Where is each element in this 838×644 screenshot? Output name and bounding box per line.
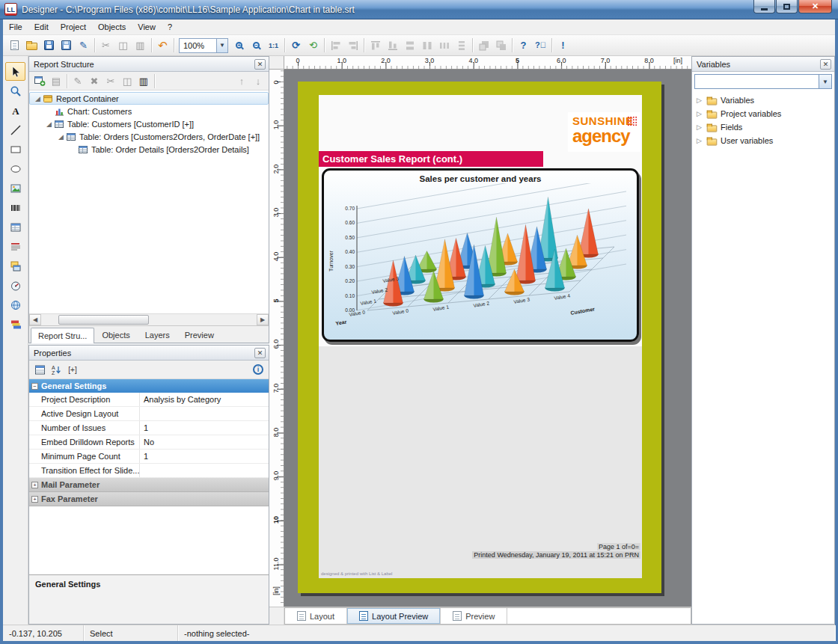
select-tool-button[interactable] — [5, 62, 25, 81]
property-info-button[interactable]: i — [250, 362, 266, 378]
menu-objects[interactable]: Objects — [92, 21, 132, 33]
categorized-view-button[interactable] — [31, 362, 48, 378]
print-preview-button[interactable] — [58, 37, 75, 54]
line-tool-button[interactable] — [5, 120, 25, 139]
menu-view[interactable]: View — [132, 21, 162, 33]
category-fax-parameter[interactable]: + Fax Parameter — [29, 492, 269, 506]
same-height-button[interactable] — [418, 37, 435, 54]
refresh-button[interactable]: ⟳ — [287, 37, 305, 54]
maximize-button[interactable] — [776, 0, 798, 13]
zoom-select[interactable]: 100% ▼ — [179, 38, 228, 53]
delete-element-button[interactable]: ✖ — [86, 73, 103, 89]
zoom-tool-button[interactable] — [5, 82, 25, 100]
scroll-right-button[interactable]: ▶ — [257, 314, 269, 325]
property-row[interactable]: Number of Issues 1 — [29, 421, 269, 435]
open-project-button[interactable] — [23, 37, 40, 54]
property-value[interactable] — [140, 464, 269, 477]
zoom-in-button[interactable]: + — [230, 37, 248, 54]
expander-icon[interactable]: ▷ — [697, 123, 706, 131]
append-element-button[interactable] — [31, 73, 48, 89]
report-container-tool-button[interactable] — [5, 257, 25, 275]
save-button[interactable] — [40, 37, 58, 54]
align-right-button[interactable] — [344, 37, 361, 54]
sort-alphabetical-button[interactable]: AZ — [48, 362, 64, 378]
expander-icon[interactable]: ◢ — [33, 95, 43, 102]
property-value[interactable]: 1 — [140, 421, 269, 435]
table-tool-button[interactable] — [5, 218, 25, 236]
pdf-tool-button[interactable] — [5, 315, 25, 334]
expander-icon[interactable]: ▷ — [697, 96, 706, 104]
minimize-button[interactable] — [753, 0, 775, 13]
report-title-object[interactable]: Customer Sales Report (cont.) — [319, 151, 543, 167]
zoom-1-1-button[interactable]: 1:1 — [265, 37, 282, 54]
align-top-button[interactable] — [367, 37, 384, 54]
picture-tool-button[interactable] — [5, 179, 25, 197]
variables-tree-item[interactable]: ▷ Fields — [694, 120, 832, 134]
property-row[interactable]: Transition Effect for Slide... — [29, 464, 269, 478]
design-canvas[interactable]: SUNSHINE agency Customer Sales Report (c… — [284, 70, 691, 607]
edit-element-button[interactable]: ✎ — [70, 73, 86, 89]
property-value[interactable]: Analysis by Category — [140, 393, 269, 406]
send-to-back-button[interactable] — [492, 37, 510, 54]
combo-dropdown-icon[interactable]: ▼ — [819, 75, 831, 88]
expander-icon[interactable]: ▷ — [697, 137, 706, 144]
expander-icon[interactable]: ▷ — [697, 110, 706, 117]
ellipse-tool-button[interactable] — [5, 159, 25, 178]
tree-item-table-customers[interactable]: ◢ Table: Customers [CustomerID [+]] — [29, 117, 269, 130]
variables-tree-item[interactable]: ▷ Variables — [694, 93, 832, 107]
property-row[interactable]: Embed Drilldown Reports No — [29, 435, 269, 450]
html-tool-button[interactable] — [5, 295, 25, 314]
tab-layout-preview[interactable]: Layout Preview — [347, 608, 441, 624]
new-project-button[interactable] — [6, 37, 23, 54]
tab-layout[interactable]: Layout — [285, 608, 347, 624]
property-row[interactable]: Minimum Page Count 1 — [29, 450, 269, 464]
expander-icon[interactable]: ◢ — [44, 120, 54, 128]
property-value[interactable]: 1 — [140, 450, 269, 463]
property-row[interactable]: Project Description Analysis by Category — [29, 393, 269, 407]
barcode-tool-button[interactable] — [5, 198, 25, 217]
move-down-button[interactable]: ↓ — [250, 73, 266, 89]
chart-object[interactable]: Sales per customer and years — [322, 168, 639, 342]
rectangle-tool-button[interactable] — [5, 140, 25, 159]
undo-button[interactable]: ↶ — [154, 37, 171, 54]
tab-objects[interactable]: Objects — [94, 327, 137, 343]
tree-item-chart-customers[interactable]: Chart: Customers — [29, 105, 269, 117]
tree-item-table-orders[interactable]: ◢ Table: Orders [Customers2Orders, Order… — [29, 130, 269, 143]
copy-button[interactable]: ◫ — [114, 37, 132, 54]
property-value[interactable]: No — [140, 435, 269, 449]
expand-icon[interactable]: + — [31, 496, 38, 503]
bring-to-front-button[interactable] — [475, 37, 492, 54]
expander-icon[interactable]: ◢ — [56, 133, 66, 141]
append-subelement-button[interactable]: ▤ — [48, 73, 64, 89]
cut-button[interactable]: ✂ — [97, 37, 114, 54]
variables-close-button[interactable]: ✕ — [820, 59, 831, 70]
help-button[interactable]: ? — [515, 37, 532, 54]
zoom-dropdown-icon[interactable]: ▼ — [216, 39, 227, 52]
print-options-button[interactable]: ✎ — [75, 37, 92, 54]
same-width-button[interactable] — [401, 37, 418, 54]
scrollbar-thumb[interactable] — [58, 315, 149, 325]
scrollbar-track[interactable] — [41, 314, 257, 325]
tree-item-report-container[interactable]: ◢ Report Container — [29, 92, 269, 105]
logo-object[interactable]: SUNSHINE agency — [568, 112, 640, 152]
report-page[interactable]: SUNSHINE agency Customer Sales Report (c… — [298, 82, 661, 593]
menu-project[interactable]: Project — [55, 21, 92, 33]
tab-layers[interactable]: Layers — [138, 327, 177, 343]
cut-element-button[interactable]: ✂ — [103, 73, 119, 89]
variables-tree-item[interactable]: ▷ Project variables — [694, 107, 832, 120]
formatted-text-tool-button[interactable] — [5, 237, 25, 256]
tab-preview[interactable]: Preview — [177, 327, 221, 343]
expand-all-button[interactable]: [+] — [64, 362, 81, 378]
menu-edit[interactable]: Edit — [28, 21, 55, 33]
category-mail-parameter[interactable]: + Mail Parameter — [29, 478, 269, 492]
text-tool-button[interactable]: A — [5, 101, 25, 120]
properties-close-button[interactable]: ✕ — [254, 348, 266, 358]
property-row[interactable]: Active Design Layout — [29, 407, 269, 421]
report-structure-close-button[interactable]: ✕ — [254, 59, 266, 70]
paste-button[interactable]: ▥ — [132, 37, 149, 54]
menu-help[interactable]: ? — [162, 21, 178, 33]
tab-preview[interactable]: Preview — [441, 608, 507, 624]
category-general-settings[interactable]: − General Settings — [29, 379, 269, 393]
page-footer-object[interactable]: Page 1 of=0= Printed Wednesday, January … — [472, 543, 640, 559]
align-left-button[interactable] — [327, 37, 344, 54]
